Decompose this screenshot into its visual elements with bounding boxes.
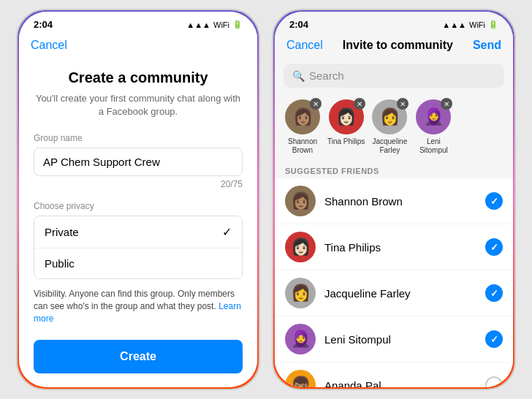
jacqueline-remove-button[interactable]: ✕ bbox=[397, 98, 408, 110]
right-time: 2:04 bbox=[289, 19, 308, 30]
search-icon: 🔍 bbox=[292, 70, 305, 82]
privacy-options: Private ✓ Public bbox=[34, 216, 243, 279]
privacy-label: Choose privacy bbox=[34, 201, 243, 211]
wifi-icon: WiFi bbox=[213, 20, 229, 29]
friend-check-jacqueline[interactable] bbox=[485, 284, 503, 302]
friend-check-leni[interactable] bbox=[485, 330, 503, 348]
visibility-text: Visibility. Anyone can find this group. … bbox=[34, 288, 243, 324]
friend-check-tina[interactable] bbox=[485, 238, 503, 256]
left-nav: Cancel bbox=[19, 33, 257, 58]
right-status-icons: ▲▲▲ WiFi 🔋 bbox=[442, 20, 498, 29]
friend-item-tina[interactable]: 👩🏻 Tina Philips bbox=[275, 224, 513, 270]
battery-icon: 🔋 bbox=[232, 20, 243, 29]
friend-name-tina: Tina Philips bbox=[324, 241, 485, 254]
selected-avatar-tina: 👩🏻 ✕ Tina Philips bbox=[327, 99, 365, 155]
friend-check-shannon[interactable] bbox=[485, 192, 503, 210]
search-bar[interactable]: 🔍 Search bbox=[284, 64, 504, 88]
right-status-bar: 2:04 ▲▲▲ WiFi 🔋 bbox=[275, 12, 513, 33]
friend-avatar-shannon: 👩🏽 bbox=[285, 186, 316, 216]
create-community-subtitle: You'll create your first community chat … bbox=[34, 92, 243, 118]
left-cancel-button[interactable]: Cancel bbox=[31, 39, 67, 51]
signal-icon: ▲▲▲ bbox=[186, 20, 210, 29]
shannon-remove-button[interactable]: ✕ bbox=[310, 98, 322, 110]
private-label: Private bbox=[45, 226, 79, 238]
friend-avatar-leni: 🧕 bbox=[285, 324, 316, 354]
left-phone: 2:04 ▲▲▲ WiFi 🔋 Cancel Create a communit… bbox=[16, 9, 260, 390]
friend-name-jacqueline: Jacqueline Farley bbox=[324, 287, 485, 300]
privacy-option-public[interactable]: Public bbox=[34, 248, 242, 278]
friend-avatar-ananda: 👦🏽 bbox=[285, 370, 316, 387]
create-community-title: Create a community bbox=[34, 69, 243, 86]
jacqueline-name: Jacqueline Farley bbox=[370, 137, 408, 155]
signal-icon-right: ▲▲▲ bbox=[442, 20, 466, 29]
selected-avatar-leni: 🧕 ✕ Leni Sitompul bbox=[414, 99, 452, 155]
friend-check-ananda[interactable] bbox=[485, 376, 503, 387]
selected-avatar-shannon: 👩🏽 ✕ Shannon Brown bbox=[284, 99, 322, 155]
left-time: 2:04 bbox=[34, 19, 53, 30]
friend-name-shannon: Shannon Brown bbox=[324, 195, 485, 208]
suggested-friends-label: SUGGESTED FRIENDS bbox=[275, 161, 513, 178]
friend-avatar-tina: 👩🏻 bbox=[285, 232, 316, 262]
group-name-label: Group name bbox=[34, 133, 243, 143]
invite-title: Invite to community bbox=[343, 39, 453, 52]
friend-list: 👩🏽 Shannon Brown 👩🏻 Tina Philips 👩 Jacqu… bbox=[275, 178, 513, 387]
private-checkmark: ✓ bbox=[222, 225, 232, 239]
left-status-bar: 2:04 ▲▲▲ WiFi 🔋 bbox=[19, 12, 257, 33]
friend-name-leni: Leni Sitompul bbox=[324, 333, 485, 346]
char-count: 20/75 bbox=[34, 179, 243, 189]
battery-icon-right: 🔋 bbox=[488, 20, 498, 29]
wifi-icon-right: WiFi bbox=[469, 20, 485, 29]
friend-item-shannon[interactable]: 👩🏽 Shannon Brown bbox=[275, 178, 513, 224]
selected-avatars-row: 👩🏽 ✕ Shannon Brown 👩🏻 ✕ Tina Philips 👩 ✕… bbox=[275, 94, 513, 161]
tina-name: Tina Philips bbox=[327, 137, 365, 146]
leni-remove-button[interactable]: ✕ bbox=[441, 98, 452, 110]
privacy-option-private[interactable]: Private ✓ bbox=[34, 216, 242, 248]
left-content: Create a community You'll create your fi… bbox=[19, 58, 257, 385]
create-button[interactable]: Create bbox=[34, 340, 243, 373]
friend-name-ananda: Ananda Pal bbox=[324, 379, 485, 388]
right-cancel-button[interactable]: Cancel bbox=[286, 39, 323, 52]
search-placeholder: Search bbox=[309, 69, 344, 82]
friend-avatar-jacqueline: 👩 bbox=[285, 278, 316, 308]
shannon-name: Shannon Brown bbox=[284, 137, 322, 155]
friend-item-jacqueline[interactable]: 👩 Jacqueline Farley bbox=[275, 270, 513, 316]
left-status-icons: ▲▲▲ WiFi 🔋 bbox=[186, 20, 243, 29]
friend-item-ananda[interactable]: 👦🏽 Ananda Pal bbox=[275, 362, 513, 387]
tina-remove-button[interactable]: ✕ bbox=[354, 98, 365, 110]
right-nav: Cancel Invite to community Send bbox=[275, 33, 513, 58]
friend-item-leni[interactable]: 🧕 Leni Sitompul bbox=[275, 316, 513, 362]
group-name-input[interactable] bbox=[34, 148, 243, 176]
send-button[interactable]: Send bbox=[473, 39, 501, 52]
right-phone: 2:04 ▲▲▲ WiFi 🔋 Cancel Invite to communi… bbox=[272, 9, 516, 390]
selected-avatar-jacqueline: 👩 ✕ Jacqueline Farley bbox=[370, 99, 408, 155]
leni-name: Leni Sitompul bbox=[414, 137, 452, 155]
public-label: Public bbox=[45, 257, 75, 270]
